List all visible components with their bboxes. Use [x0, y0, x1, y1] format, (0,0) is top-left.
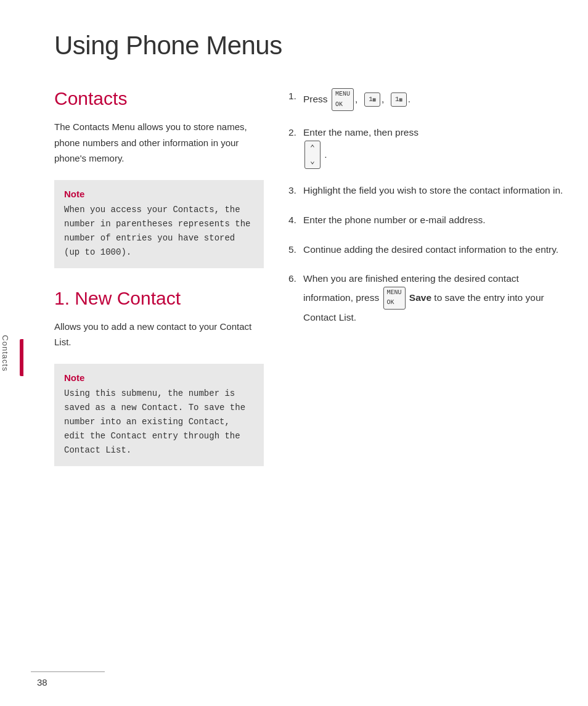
side-tab-bar [20, 339, 23, 376]
new-contact-body: Allows you to add a new contact to your … [54, 319, 264, 350]
step-1-num: 1. [288, 88, 303, 111]
step-2-text: Enter the name, then press ⌃⌄ . [303, 125, 563, 169]
save-label: Save [409, 292, 431, 302]
left-column: Contacts The Contacts Menu allows you to… [54, 88, 264, 675]
page-number: 38 [37, 677, 47, 688]
new-contact-heading: 1. New Contact [54, 288, 264, 309]
step-1: 1. Press MENUOK, 1▦, 1▦. [288, 88, 563, 111]
step-5: 5. Continue adding the desired contact i… [288, 242, 563, 258]
contacts-heading: Contacts [54, 88, 264, 109]
page-title: Using Phone Menus [54, 31, 588, 60]
step-3: 3. Highlight the field you wish to store… [288, 183, 563, 199]
step-2-num: 2. [288, 125, 303, 169]
new-contact-note-box: Note Using this submenu, the number is s… [54, 364, 264, 466]
step-4: 4. Enter the phone number or e-mail addr… [288, 212, 563, 228]
new-contact-note-title: Note [64, 372, 254, 383]
nav-key: ⌃⌄ [304, 141, 321, 170]
new-contact-note-body: Using this submenu, the number is saved … [64, 387, 254, 458]
key-1b: 1▦ [391, 92, 407, 106]
contacts-body: The Contacts Menu allows you to store na… [54, 119, 264, 166]
step-4-num: 4. [288, 212, 303, 228]
right-column: 1. Press MENUOK, 1▦, 1▦. 2. Enter the na… [288, 88, 588, 675]
side-tab: Contacts [0, 0, 23, 706]
steps-list: 1. Press MENUOK, 1▦, 1▦. 2. Enter the na… [288, 88, 563, 325]
step-4-text: Enter the phone number or e-mail address… [303, 212, 563, 228]
key-1a: 1▦ [364, 92, 380, 106]
contacts-note-title: Note [64, 189, 254, 199]
step-3-text: Highlight the field you wish to store th… [303, 183, 563, 199]
two-col-layout: Contacts The Contacts Menu allows you to… [54, 88, 588, 675]
step-5-text: Continue adding the desired contact info… [303, 242, 563, 258]
menu-ok-key-1: MENUOK [332, 88, 354, 111]
step-3-num: 3. [288, 183, 303, 199]
contacts-note-box: Note When you access your Contacts, the … [54, 180, 264, 268]
step-1-text: Press MENUOK, 1▦, 1▦. [303, 88, 563, 111]
step-2: 2. Enter the name, then press ⌃⌄ . [288, 125, 563, 169]
step-6-text: When you are finished entering the desir… [303, 271, 563, 325]
menu-ok-key-2: MENUOK [383, 287, 406, 310]
contacts-note-body: When you access your Contacts, the numbe… [64, 203, 254, 260]
step-6-num: 6. [288, 271, 303, 325]
side-tab-label: Contacts [1, 335, 10, 371]
step-6: 6. When you are finished entering the de… [288, 271, 563, 325]
page-bottom-line [31, 671, 105, 672]
page-container: Contacts Using Phone Menus Contacts The … [0, 0, 588, 706]
main-content: Using Phone Menus Contacts The Contacts … [23, 0, 588, 706]
step-5-num: 5. [288, 242, 303, 258]
